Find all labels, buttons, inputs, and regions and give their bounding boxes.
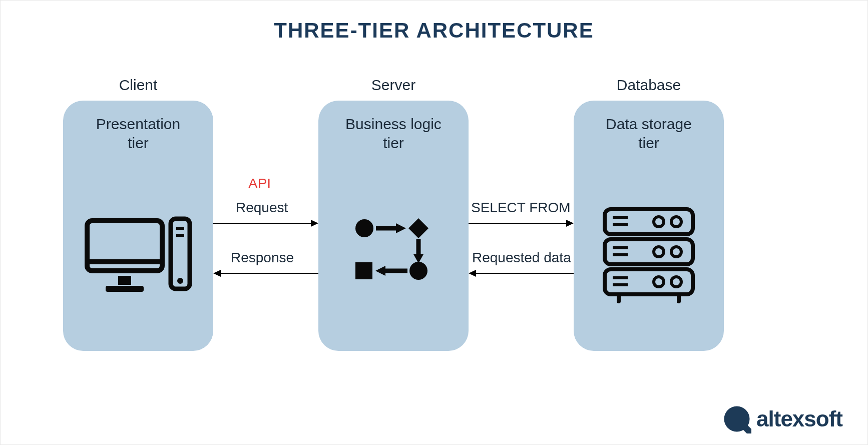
computer-icon [83, 216, 193, 296]
svg-rect-5 [176, 227, 184, 230]
svg-rect-17 [355, 262, 372, 279]
svg-point-8 [355, 219, 373, 237]
svg-point-7 [177, 278, 183, 284]
database-label: Database [574, 77, 724, 94]
select-from-label: SELECT FROM [471, 200, 571, 216]
svg-rect-23 [613, 216, 628, 219]
arrow-response [213, 266, 318, 281]
svg-rect-32 [613, 283, 628, 286]
svg-point-33 [654, 277, 664, 287]
brand-name: altexsoft [756, 406, 842, 431]
database-box-title-1: Data storage [606, 116, 692, 132]
svg-rect-6 [176, 234, 184, 237]
svg-point-25 [654, 217, 664, 227]
server-box-title-2: tier [383, 135, 404, 151]
svg-marker-16 [375, 266, 385, 276]
client-box: Presentation tier [63, 101, 213, 351]
svg-rect-18 [605, 209, 693, 234]
arrow-request [213, 216, 318, 231]
svg-rect-19 [605, 239, 693, 264]
client-label: Client [63, 77, 213, 94]
svg-rect-27 [613, 246, 628, 249]
svg-marker-42 [469, 270, 476, 277]
svg-rect-3 [106, 286, 144, 292]
request-label: Request [236, 200, 288, 216]
api-label: API [248, 176, 271, 192]
svg-rect-31 [613, 276, 628, 279]
server-rack-icon [599, 201, 699, 306]
database-box: Data storage tier [574, 101, 724, 351]
brand-logo: altexsoft [722, 404, 842, 433]
server-box: Business logic tier [318, 101, 469, 351]
svg-rect-20 [605, 269, 693, 294]
response-label: Response [231, 250, 294, 266]
svg-marker-11 [408, 218, 428, 238]
svg-point-30 [671, 247, 681, 257]
svg-rect-28 [613, 253, 628, 256]
arrow-select-from [469, 216, 574, 231]
server-box-title-1: Business logic [345, 116, 442, 132]
requested-data-label: Requested data [472, 250, 571, 266]
database-box-title-2: tier [638, 135, 659, 151]
arrow-requested-data [469, 266, 574, 281]
svg-marker-38 [213, 270, 221, 277]
client-box-title-2: tier [128, 135, 149, 151]
flowchart-icon [348, 213, 439, 283]
svg-point-14 [409, 262, 427, 280]
server-label: Server [318, 77, 469, 94]
diagram-title: THREE-TIER ARCHITECTURE [1, 19, 867, 43]
altexsoft-mark-icon [722, 404, 751, 433]
svg-point-29 [654, 247, 664, 257]
svg-marker-40 [566, 220, 574, 227]
svg-rect-24 [613, 223, 628, 226]
svg-point-34 [671, 277, 681, 287]
svg-marker-36 [311, 220, 318, 227]
svg-rect-2 [118, 276, 131, 285]
svg-point-26 [671, 217, 681, 227]
client-box-title-1: Presentation [96, 116, 180, 132]
svg-marker-10 [396, 223, 406, 233]
